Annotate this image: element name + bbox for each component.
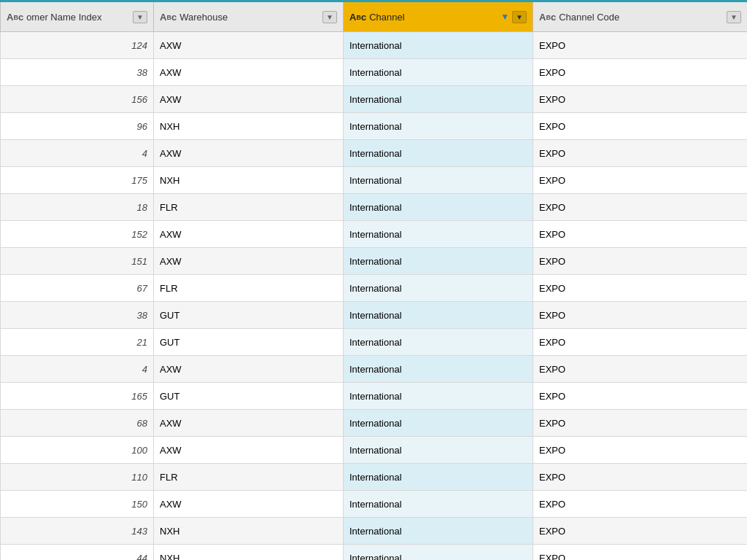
cell-warehouse: FLR bbox=[154, 464, 344, 491]
cell-channel: International bbox=[344, 86, 533, 113]
cell-channel-code: EXPO bbox=[533, 518, 748, 545]
cell-channel: International bbox=[344, 113, 533, 140]
cell-channel: International bbox=[344, 32, 533, 59]
cell-index: 18 bbox=[1, 194, 154, 221]
table-row: 18FLRInternationalEXPO bbox=[1, 194, 748, 221]
table-row: 143NXHInternationalEXPO bbox=[1, 518, 748, 545]
cell-warehouse: NXH bbox=[154, 167, 344, 194]
cell-index: 152 bbox=[1, 221, 154, 248]
abc-icon-channel: ABc bbox=[349, 12, 366, 22]
cell-channel-code: EXPO bbox=[533, 221, 748, 248]
abc-icon-index: ABc bbox=[7, 12, 23, 22]
cell-channel: International bbox=[344, 464, 533, 491]
table-body: 124AXWInternationalEXPO38AXWInternationa… bbox=[1, 32, 748, 561]
cell-index: 175 bbox=[1, 167, 154, 194]
table-row: 175NXHInternationalEXPO bbox=[1, 167, 748, 194]
cell-index: 38 bbox=[1, 59, 154, 86]
table-row: 67FLRInternationalEXPO bbox=[1, 275, 748, 302]
cell-index: 44 bbox=[1, 545, 154, 561]
cell-channel: International bbox=[344, 437, 533, 464]
cell-channel-code: EXPO bbox=[533, 32, 748, 59]
cell-index: 67 bbox=[1, 275, 154, 302]
table-row: 151AXWInternationalEXPO bbox=[1, 248, 748, 275]
cell-channel: International bbox=[344, 518, 533, 545]
cell-index: 68 bbox=[1, 410, 154, 437]
cell-index: 4 bbox=[1, 356, 154, 383]
cell-channel-code: EXPO bbox=[533, 275, 748, 302]
cell-channel: International bbox=[344, 329, 533, 356]
cell-warehouse: AXW bbox=[154, 437, 344, 464]
cell-warehouse: GUT bbox=[154, 383, 344, 410]
cell-index: 100 bbox=[1, 437, 154, 464]
cell-warehouse: FLR bbox=[154, 194, 344, 221]
column-dropdown-index[interactable]: ▼ bbox=[133, 11, 147, 23]
table-row: 4AXWInternationalEXPO bbox=[1, 140, 748, 167]
cell-channel-code: EXPO bbox=[533, 113, 748, 140]
cell-warehouse: AXW bbox=[154, 32, 344, 59]
column-header-index[interactable]: ABc omer Name Index ▼ bbox=[1, 1, 154, 32]
table-header-row: ABc omer Name Index ▼ ABc Warehouse ▼ bbox=[1, 1, 748, 32]
cell-index: 38 bbox=[1, 302, 154, 329]
column-header-channel-code[interactable]: ABc Channel Code ▼ bbox=[533, 1, 748, 32]
cell-channel: International bbox=[344, 383, 533, 410]
cell-channel-code: EXPO bbox=[533, 437, 748, 464]
cell-warehouse: FLR bbox=[154, 275, 344, 302]
cell-channel-code: EXPO bbox=[533, 410, 748, 437]
abc-icon-warehouse: ABc bbox=[160, 12, 177, 22]
column-header-channel[interactable]: ABc Channel ▼ ▼ bbox=[344, 1, 533, 32]
cell-channel: International bbox=[344, 167, 533, 194]
cell-channel-code: EXPO bbox=[533, 383, 748, 410]
table-row: 165GUTInternationalEXPO bbox=[1, 383, 748, 410]
column-label-channel-code: Channel Code bbox=[559, 12, 724, 23]
cell-index: 110 bbox=[1, 464, 154, 491]
column-dropdown-channel[interactable]: ▼ bbox=[512, 11, 527, 23]
cell-warehouse: AXW bbox=[154, 221, 344, 248]
cell-channel: International bbox=[344, 410, 533, 437]
table-row: 38GUTInternationalEXPO bbox=[1, 302, 748, 329]
cell-channel-code: EXPO bbox=[533, 194, 748, 221]
cell-index: 165 bbox=[1, 383, 154, 410]
cell-channel-code: EXPO bbox=[533, 491, 748, 518]
cell-channel: International bbox=[344, 194, 533, 221]
cell-channel: International bbox=[344, 248, 533, 275]
cell-warehouse: AXW bbox=[154, 410, 344, 437]
cell-channel: International bbox=[344, 59, 533, 86]
cell-channel: International bbox=[344, 491, 533, 518]
cell-index: 156 bbox=[1, 86, 154, 113]
cell-channel-code: EXPO bbox=[533, 329, 748, 356]
column-label-channel: Channel bbox=[369, 12, 496, 23]
cell-channel-code: EXPO bbox=[533, 59, 748, 86]
column-dropdown-channel-code[interactable]: ▼ bbox=[727, 11, 741, 23]
cell-index: 150 bbox=[1, 491, 154, 518]
table-row: 4AXWInternationalEXPO bbox=[1, 356, 748, 383]
cell-warehouse: NXH bbox=[154, 518, 344, 545]
cell-channel: International bbox=[344, 545, 533, 561]
cell-warehouse: AXW bbox=[154, 59, 344, 86]
cell-channel: International bbox=[344, 140, 533, 167]
cell-channel-code: EXPO bbox=[533, 302, 748, 329]
column-label-index: omer Name Index bbox=[26, 12, 130, 23]
cell-index: 96 bbox=[1, 113, 154, 140]
cell-warehouse: AXW bbox=[154, 140, 344, 167]
filter-icon-channel[interactable]: ▼ bbox=[500, 12, 509, 22]
cell-index: 4 bbox=[1, 140, 154, 167]
column-dropdown-warehouse[interactable]: ▼ bbox=[322, 11, 337, 23]
table-row: 100AXWInternationalEXPO bbox=[1, 437, 748, 464]
table-row: 156AXWInternationalEXPO bbox=[1, 86, 748, 113]
cell-channel: International bbox=[344, 356, 533, 383]
table-row: 38AXWInternationalEXPO bbox=[1, 59, 748, 86]
cell-warehouse: AXW bbox=[154, 86, 344, 113]
cell-warehouse: GUT bbox=[154, 302, 344, 329]
table-row: 96NXHInternationalEXPO bbox=[1, 113, 748, 140]
cell-channel: International bbox=[344, 302, 533, 329]
table-row: 68AXWInternationalEXPO bbox=[1, 410, 748, 437]
cell-index: 143 bbox=[1, 518, 154, 545]
column-header-warehouse[interactable]: ABc Warehouse ▼ bbox=[154, 1, 344, 32]
abc-icon-channel-code: ABc bbox=[539, 12, 556, 22]
table-row: 150AXWInternationalEXPO bbox=[1, 491, 748, 518]
column-label-warehouse: Warehouse bbox=[179, 12, 320, 23]
cell-channel-code: EXPO bbox=[533, 545, 748, 561]
cell-channel-code: EXPO bbox=[533, 356, 748, 383]
table-row: 44NXHInternationalEXPO bbox=[1, 545, 748, 561]
cell-index: 151 bbox=[1, 248, 154, 275]
